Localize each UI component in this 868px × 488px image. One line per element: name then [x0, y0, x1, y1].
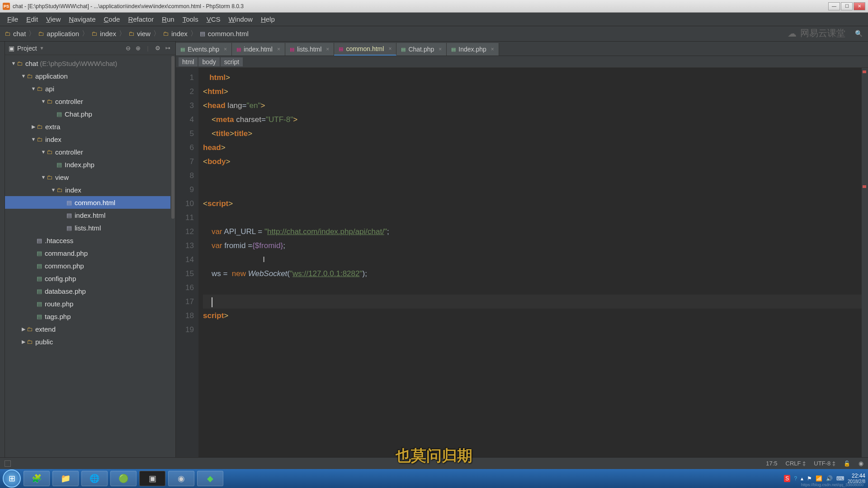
taskbar-app-ie[interactable]: 🌐	[81, 471, 108, 486]
file-icon: ▤	[37, 288, 42, 295]
breadcrumb-item[interactable]: 🗀chat	[5, 30, 26, 38]
file-encoding[interactable]: UTF-8 ‡	[814, 460, 835, 467]
close-tab-icon[interactable]: ×	[224, 46, 227, 52]
tree-item-index-html[interactable]: ▤index.html	[5, 209, 175, 221]
menu-navigate[interactable]: Navigate	[65, 14, 99, 25]
file-icon: ▤	[66, 199, 72, 206]
tab-Chat-php[interactable]: ▤Chat.php×	[396, 43, 447, 56]
gear-icon[interactable]: ⚙	[154, 44, 162, 52]
tray-chevron-up-icon[interactable]: ▴	[801, 475, 803, 482]
tab-Index-php[interactable]: ▤Index.php×	[447, 43, 499, 56]
structure-node-html[interactable]: html	[179, 57, 198, 66]
tray-input-icon[interactable]: ⌨	[836, 475, 844, 482]
taskbar-app-obs[interactable]: ◉	[168, 471, 194, 486]
project-tree[interactable]: ▼🗀chat(E:\phpStudy\WWW\chat)▼🗀applicatio…	[5, 55, 175, 457]
app-icon: PS	[3, 3, 10, 10]
menu-view[interactable]: View	[42, 14, 64, 25]
menu-vcs[interactable]: VCS	[203, 14, 224, 25]
close-button[interactable]: ✕	[854, 2, 865, 10]
editor-tabs: ▤Events.php×▤index.html×▤lists.html×▤com…	[176, 42, 868, 56]
tree-item-lists-html[interactable]: ▤lists.html	[5, 221, 175, 234]
line-separator[interactable]: CRLF ‡	[786, 460, 806, 467]
code-content[interactable]: html><html><head lang="en"> <meta charse…	[198, 68, 868, 457]
navigation-bar: 🗀chat〉🗀application〉🗀index〉🗀view〉🗀index〉▤…	[0, 26, 868, 42]
taskbar-app-phpstorm[interactable]: 🧩	[24, 471, 50, 486]
tree-item-extend[interactable]: ▶🗀extend	[5, 323, 175, 335]
tray-help-icon[interactable]: ?	[794, 475, 797, 482]
tree-item-extra[interactable]: ▶🗀extra	[5, 120, 175, 133]
tree-item-index[interactable]: ▼🗀index	[5, 133, 175, 145]
close-tab-icon[interactable]: ×	[491, 46, 494, 52]
menu-window[interactable]: Window	[225, 14, 256, 25]
code-editor[interactable]: 12345678910111213141516171819 html><html…	[176, 68, 868, 457]
start-button[interactable]: ⊞	[3, 469, 21, 488]
tree-item--htaccess[interactable]: ▤.htaccess	[5, 234, 175, 247]
tree-item-Index-php[interactable]: ▤Index.php	[5, 158, 175, 171]
tree-item-common-php[interactable]: ▤common.php	[5, 259, 175, 272]
tree-item-controller[interactable]: ▼🗀controller	[5, 95, 175, 108]
search-icon[interactable]: 🔍	[855, 30, 863, 37]
tree-item-tags-php[interactable]: ▤tags.php	[5, 310, 175, 323]
tree-item-controller[interactable]: ▼🗀controller	[5, 145, 175, 158]
tree-item-application[interactable]: ▼🗀application	[5, 70, 175, 82]
error-marker[interactable]	[863, 70, 866, 73]
menu-refactor[interactable]: Refactor	[124, 14, 157, 25]
tree-item-command-php[interactable]: ▤command.php	[5, 247, 175, 259]
inspector-icon[interactable]: ◉	[859, 460, 863, 467]
tray-flag-icon[interactable]: ⚑	[807, 475, 812, 482]
tree-item-index[interactable]: ▼🗀index	[5, 183, 175, 196]
file-icon: ▤	[200, 30, 205, 37]
close-tab-icon[interactable]: ×	[326, 46, 329, 52]
taskbar-app-green[interactable]: 🟢	[110, 471, 137, 486]
php-file-icon: ▤	[180, 47, 185, 52]
menu-run[interactable]: Run	[158, 14, 178, 25]
menu-edit[interactable]: Edit	[23, 14, 42, 25]
tree-item-route-php[interactable]: ▤route.php	[5, 297, 175, 310]
collapse-all-icon[interactable]: ⊖	[124, 44, 132, 52]
window-title: chat - [E:\phpStudy\WWW\chat] - ...\appl…	[13, 3, 244, 9]
tree-item-database-php[interactable]: ▤database.php	[5, 285, 175, 297]
scroll-from-source-icon[interactable]: ⊕	[134, 44, 142, 52]
tree-item-common-html[interactable]: ▤common.html	[5, 196, 175, 209]
menu-code[interactable]: Code	[100, 14, 124, 25]
hide-icon[interactable]: ↦	[164, 44, 172, 52]
tab-lists-html[interactable]: ▤lists.html×	[285, 43, 334, 56]
editor-scrollbar[interactable]	[862, 68, 868, 457]
tree-item-api[interactable]: ▼🗀api	[5, 82, 175, 95]
error-marker[interactable]	[863, 185, 866, 188]
readonly-icon[interactable]: 🔓	[844, 460, 850, 467]
tray-volume-icon[interactable]: 🔊	[826, 475, 833, 482]
tree-item-config-php[interactable]: ▤config.php	[5, 272, 175, 285]
breadcrumb-item[interactable]: 🗀application	[38, 30, 79, 38]
tab-index-html[interactable]: ▤index.html×	[232, 43, 285, 56]
folder-icon: 🗀	[27, 73, 33, 80]
close-tab-icon[interactable]: ×	[439, 46, 442, 52]
left-gutter	[0, 42, 5, 457]
menu-file[interactable]: File	[4, 14, 22, 25]
project-label[interactable]: ▣ Project ▼	[9, 45, 44, 52]
structure-node-body[interactable]: body	[198, 57, 219, 66]
breadcrumb-item[interactable]: 🗀view	[128, 30, 151, 38]
taskbar-app-terminal[interactable]: ▣	[139, 471, 165, 486]
tree-scrollbar[interactable]	[170, 55, 175, 457]
close-tab-icon[interactable]: ×	[388, 46, 392, 52]
tab-common-html[interactable]: ▤common.html×	[334, 43, 396, 56]
menu-tools[interactable]: Tools	[179, 14, 202, 25]
breadcrumb-item[interactable]: ▤common.html	[200, 30, 249, 38]
maximize-button[interactable]: ☐	[841, 2, 853, 10]
taskbar-app-explorer[interactable]: 📁	[52, 471, 79, 486]
tree-item-public[interactable]: ▶🗀public	[5, 335, 175, 348]
tree-item-chat[interactable]: ▼🗀chat(E:\phpStudy\WWW\chat)	[5, 57, 175, 70]
close-tab-icon[interactable]: ×	[277, 46, 280, 52]
menu-help[interactable]: Help	[257, 14, 278, 25]
minimize-button[interactable]: —	[828, 2, 840, 10]
tray-network-icon[interactable]: 📶	[816, 475, 822, 482]
breadcrumb-item[interactable]: 🗀index	[163, 30, 188, 38]
tree-item-view[interactable]: ▼🗀view	[5, 171, 175, 183]
tree-item-Chat-php[interactable]: ▤Chat.php	[5, 108, 175, 120]
tray-sogou-icon[interactable]: S	[784, 475, 790, 482]
structure-node-script[interactable]: script	[221, 57, 243, 66]
taskbar-app-green2[interactable]: ◆	[197, 471, 223, 486]
tab-Events-php[interactable]: ▤Events.php×	[176, 43, 232, 56]
breadcrumb-item[interactable]: 🗀index	[91, 30, 116, 38]
